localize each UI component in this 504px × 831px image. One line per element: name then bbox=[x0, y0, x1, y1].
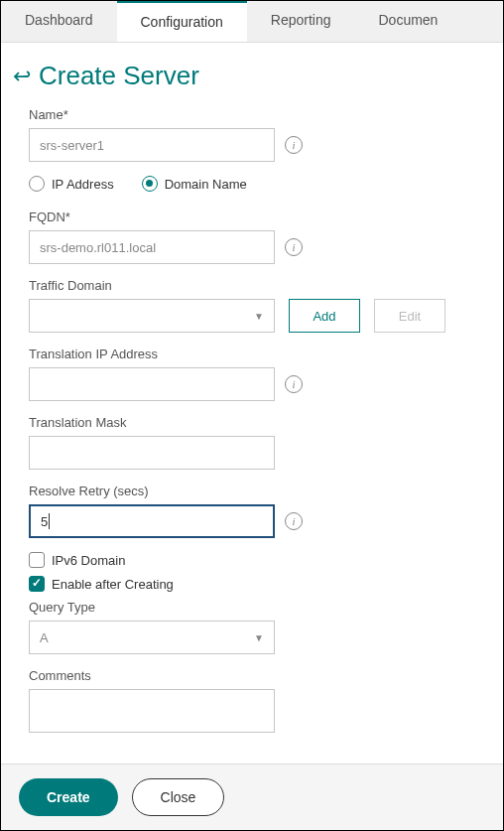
text-cursor bbox=[49, 513, 50, 529]
tab-reporting[interactable]: Reporting bbox=[247, 1, 355, 42]
enable-after-creating-checkbox[interactable]: Enable after Creating bbox=[29, 576, 479, 592]
resolve-retry-input[interactable]: 5 bbox=[29, 504, 275, 538]
resolve-retry-value: 5 bbox=[41, 514, 48, 529]
tab-configuration[interactable]: Configuration bbox=[117, 1, 247, 42]
translation-ip-label: Translation IP Address bbox=[29, 346, 479, 361]
translation-ip-input[interactable] bbox=[29, 367, 275, 401]
translation-mask-input[interactable] bbox=[29, 436, 275, 470]
query-type-value: A bbox=[40, 630, 49, 645]
create-button[interactable]: Create bbox=[19, 778, 118, 816]
fqdn-label: FQDN* bbox=[29, 209, 479, 224]
traffic-domain-label: Traffic Domain bbox=[29, 278, 479, 293]
query-type-select[interactable]: A ▼ bbox=[29, 621, 275, 654]
info-icon[interactable]: i bbox=[285, 512, 303, 530]
domain-name-radio-label: Domain Name bbox=[165, 177, 247, 192]
page-header: ↩ Create Server bbox=[1, 43, 503, 107]
enable-after-creating-label: Enable after Creating bbox=[52, 577, 174, 592]
domain-name-radio[interactable]: Domain Name bbox=[142, 176, 247, 192]
resolve-retry-label: Resolve Retry (secs) bbox=[29, 484, 479, 498]
query-type-label: Query Type bbox=[29, 600, 479, 615]
chevron-down-icon: ▼ bbox=[254, 632, 264, 643]
tab-dashboard[interactable]: Dashboard bbox=[1, 1, 117, 42]
checkbox-icon bbox=[29, 552, 45, 568]
top-tabs: Dashboard Configuration Reporting Docume… bbox=[1, 1, 503, 43]
comments-label: Comments bbox=[29, 668, 479, 683]
ip-address-radio-label: IP Address bbox=[52, 177, 114, 192]
chevron-down-icon: ▼ bbox=[254, 311, 264, 322]
name-input[interactable] bbox=[29, 128, 275, 162]
radio-icon bbox=[142, 176, 158, 192]
ipv6-domain-label: IPv6 Domain bbox=[52, 553, 125, 568]
info-icon[interactable]: i bbox=[285, 375, 303, 393]
footer-actions: Create Close bbox=[1, 763, 503, 830]
translation-mask-label: Translation Mask bbox=[29, 415, 479, 430]
comments-input[interactable] bbox=[29, 689, 275, 733]
ip-address-radio[interactable]: IP Address bbox=[29, 176, 114, 192]
back-arrow-icon[interactable]: ↩ bbox=[13, 66, 31, 87]
create-server-form: Name* i IP Address Domain Name FQDN* i T… bbox=[1, 107, 503, 736]
info-icon[interactable]: i bbox=[285, 238, 303, 256]
address-type-radio-group: IP Address Domain Name bbox=[29, 176, 479, 192]
tab-documentation[interactable]: Documen bbox=[354, 1, 461, 42]
info-icon[interactable]: i bbox=[285, 136, 303, 154]
edit-button[interactable]: Edit bbox=[374, 299, 445, 333]
page-title: Create Server bbox=[39, 61, 199, 91]
checkbox-icon bbox=[29, 576, 45, 592]
ipv6-domain-checkbox[interactable]: IPv6 Domain bbox=[29, 552, 479, 568]
traffic-domain-select[interactable]: ▼ bbox=[29, 299, 275, 333]
fqdn-input[interactable] bbox=[29, 230, 275, 264]
radio-icon bbox=[29, 176, 45, 192]
add-button[interactable]: Add bbox=[289, 299, 360, 333]
close-button[interactable]: Close bbox=[132, 778, 225, 816]
name-label: Name* bbox=[29, 107, 479, 122]
